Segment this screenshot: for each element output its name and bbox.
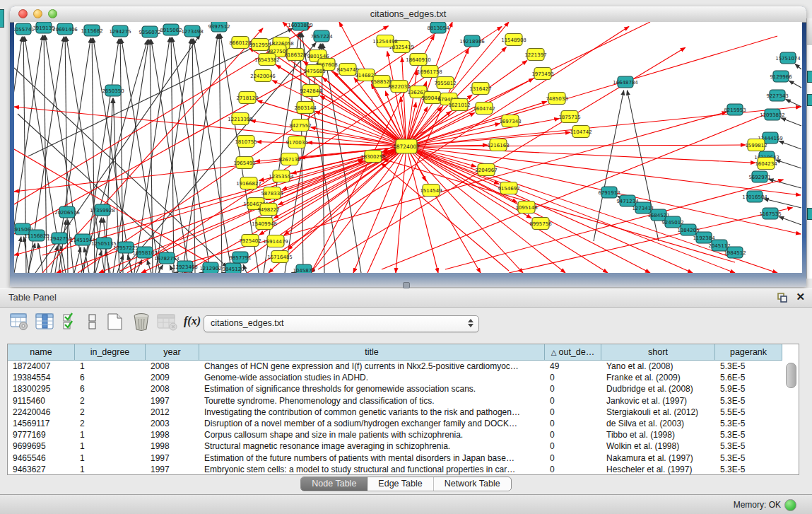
graph-node[interactable]: 12213399 [228, 113, 253, 125]
graph-node[interactable]: 1810755 [235, 136, 257, 148]
graph-node[interactable]: 8267130 [278, 153, 300, 165]
graph-node[interactable]: 1514549 [420, 185, 442, 197]
show-columns-icon[interactable] [35, 313, 54, 334]
graph-node[interactable]: 1984512 [724, 247, 746, 258]
graph-node[interactable]: 15751074 [775, 52, 801, 64]
graph-node[interactable]: 9857791 [229, 252, 251, 263]
tab-node-table[interactable]: Node Table [301, 477, 367, 491]
graph-node[interactable]: 9845120 [222, 263, 244, 273]
table-row[interactable]: 946554611997Estimation of the future num… [8, 452, 799, 464]
float-panel-icon[interactable] [777, 292, 788, 303]
graph-node[interactable]: 16914479 [263, 235, 288, 247]
column-header-short[interactable]: short [601, 344, 715, 361]
graph-node[interactable]: 8427552 [289, 119, 311, 132]
graph-node[interactable]: 1055741 [14, 23, 35, 35]
function-builder-icon[interactable]: f(x) [184, 315, 201, 327]
table-row[interactable]: 969969511998Structural magnetic resonanc… [8, 440, 799, 452]
graph-node[interactable]: 3919139 [33, 22, 54, 33]
table-row[interactable]: 1872400712008Changes of HCN gene express… [8, 361, 799, 372]
graph-node[interactable]: 1212902 [199, 262, 221, 273]
graph-node[interactable]: 6791913 [598, 187, 620, 198]
graph-node[interactable]: 17016504 [742, 191, 767, 202]
delete-table-icon[interactable] [131, 313, 151, 334]
graph-node[interactable]: 1115682 [81, 25, 102, 36]
graph-node[interactable]: 11548908 [501, 34, 526, 46]
graph-node[interactable]: 2803144 [294, 102, 317, 114]
graph-node[interactable]: 2718120 [236, 92, 258, 104]
column-header-indegree[interactable]: in_degree [75, 344, 146, 361]
graph-node[interactable]: 2204967 [475, 164, 497, 176]
graph-node[interactable]: 1221397 [524, 49, 546, 61]
network-window-titlebar[interactable]: citations_edges.txt [10, 6, 806, 23]
table-row[interactable]: 911546021997Tourette syndrome. Phenomeno… [8, 395, 799, 407]
graph-node[interactable]: 9227343 [766, 90, 788, 101]
table-row[interactable]: 2242004622012Investigating the contribut… [8, 407, 799, 418]
graph-node[interactable]: 8660123 [229, 37, 251, 49]
graph-node[interactable]: 1604742 [473, 103, 495, 115]
graph-node[interactable]: 7857224 [310, 30, 333, 42]
graph-node[interactable]: 19218986 [459, 35, 485, 47]
graph-node[interactable]: 8995756 [529, 218, 552, 230]
tab-edge-table[interactable]: Edge Table [367, 477, 433, 491]
table-options-icon[interactable] [10, 313, 29, 334]
graph-node[interactable]: 1216163 [487, 139, 509, 151]
column-header-title[interactable]: title [199, 344, 545, 361]
splitter-handle[interactable] [403, 282, 410, 288]
graph-node[interactable]: 1045873 [293, 264, 314, 273]
graph-node[interactable]: 12353554 [269, 170, 294, 182]
graph-node[interactable]: 1875715 [558, 111, 580, 123]
table-row[interactable]: 1456911722003Disruption of a novel membe… [8, 418, 799, 429]
graph-node[interactable]: 1965493 [233, 157, 255, 169]
new-table-icon[interactable] [106, 313, 124, 334]
graph-node[interactable]: 9397512 [208, 22, 230, 32]
network-canvas[interactable]: 1055741391913920691406111568212942759356… [14, 22, 802, 273]
graph-node[interactable]: 1104742 [570, 126, 592, 138]
table-row[interactable]: 977716911998Corpus callosum shape and si… [8, 429, 799, 440]
table-selector[interactable]: citations_edges.txt [204, 315, 479, 332]
column-header-outde[interactable]: △out_de… [545, 344, 601, 361]
close-panel-icon[interactable]: ✕ [796, 291, 805, 303]
graph-node[interactable]: 1095146 [515, 201, 538, 214]
graph-node[interactable]: 2650350 [102, 85, 124, 96]
graph-node[interactable]: 9154697 [498, 182, 519, 194]
citation-network-graph[interactable]: 1055741391913920691406111568212942759356… [14, 22, 802, 273]
graph-node[interactable]: 1167535 [759, 208, 781, 219]
graph-node[interactable]: 20206576 [54, 206, 80, 218]
graph-node[interactable]: 1697343 [499, 115, 521, 127]
graph-node[interactable]: 18724007 [393, 139, 420, 153]
table-scrollbar[interactable] [785, 363, 796, 472]
graph-node[interactable]: 9498222 [257, 204, 279, 216]
graph-node[interactable]: 18640910 [406, 54, 431, 66]
select-columns-icon[interactable] [62, 313, 79, 334]
graph-node[interactable]: 16961758 [417, 66, 442, 78]
row-height-icon[interactable] [88, 313, 98, 334]
graph-node[interactable]: 8186328 [284, 49, 306, 61]
graph-node[interactable]: 7925402 [239, 235, 261, 247]
graph-node[interactable]: 1973493 [531, 68, 553, 80]
graph-node[interactable]: 15409948 [252, 218, 277, 230]
graph-node[interactable]: 8215953 [724, 104, 746, 115]
memory-indicator[interactable] [784, 499, 796, 511]
graph-node[interactable]: 20691406 [52, 23, 78, 35]
graph-node[interactable]: 5692971 [748, 171, 770, 182]
graph-node[interactable]: 12923468 [172, 261, 198, 272]
graph-node[interactable]: 15716485 [267, 251, 293, 263]
graph-node[interactable]: 8915062 [160, 24, 182, 35]
graph-node[interactable]: 7485033 [546, 93, 567, 105]
graph-node[interactable]: 9356072 [139, 26, 160, 37]
graph-node[interactable]: 8813054 [427, 22, 449, 33]
table-row[interactable]: 1938455462009Genome-wide association stu… [8, 372, 799, 383]
graph-node[interactable]: 9242844 [300, 85, 322, 97]
graph-node[interactable]: 1604234 [755, 158, 777, 170]
table-row[interactable]: 946362711997Embryonic stem cells: a mode… [8, 464, 799, 475]
graph-node[interactable]: 9129966 [770, 71, 792, 82]
graph-node[interactable]: 5878334 [261, 187, 283, 199]
graph-node[interactable]: 1599812 [745, 139, 767, 151]
column-header-pagerank[interactable]: pagerank [715, 344, 782, 361]
graph-node[interactable]: 9170034 [286, 136, 308, 148]
graph-node[interactable]: 1621012 [448, 99, 470, 111]
tab-network-table[interactable]: Network Table [434, 477, 511, 491]
table-row[interactable]: 1830029562008Estimation of significance … [8, 383, 799, 395]
scrollbar-thumb[interactable] [786, 363, 796, 388]
graph-node[interactable]: 12942757 [47, 233, 72, 244]
